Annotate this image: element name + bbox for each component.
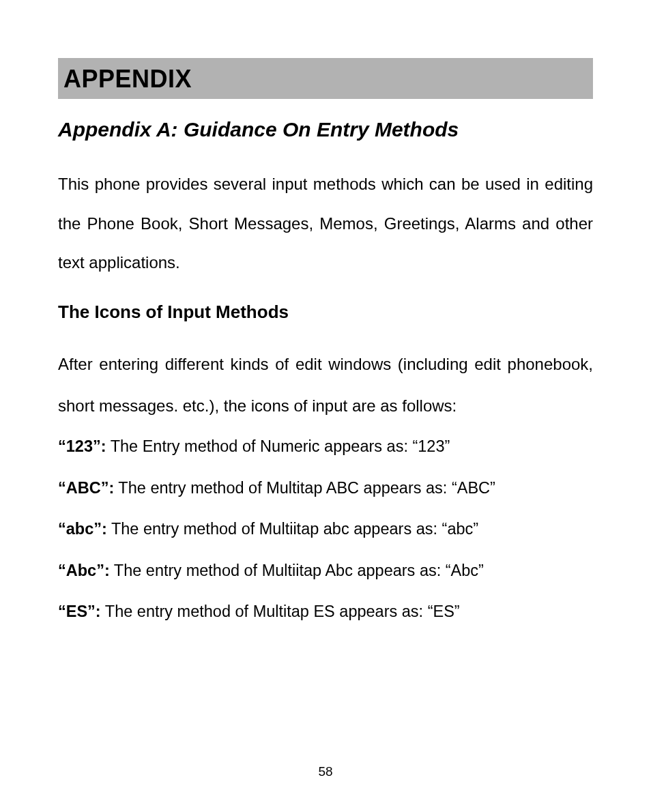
list-item: “ES”: The entry method of Multitap ES ap… xyxy=(58,601,593,622)
list-item: “123”: The Entry method of Numeric appea… xyxy=(58,436,593,457)
section-intro-paragraph: After entering different kinds of edit w… xyxy=(58,343,593,426)
heading-title: APPENDIX xyxy=(63,65,588,93)
list-item-label: “123”: xyxy=(58,437,106,455)
list-item-label: “abc”: xyxy=(58,520,107,538)
appendix-subtitle: Appendix A: Guidance On Entry Methods xyxy=(58,118,593,141)
section-heading: The Icons of Input Methods xyxy=(58,302,593,323)
intro-paragraph: This phone provides several input method… xyxy=(58,164,593,282)
page-number: 58 xyxy=(0,764,651,779)
document-page: APPENDIX Appendix A: Guidance On Entry M… xyxy=(0,0,651,812)
list-item-label: “ABC”: xyxy=(58,479,114,497)
list-item: “ABC”: The entry method of Multitap ABC … xyxy=(58,478,593,499)
list-item-label: “ES”: xyxy=(58,603,101,620)
list-item-desc: The entry method of Multiitap Abc appear… xyxy=(110,562,484,579)
heading-banner: APPENDIX xyxy=(58,58,593,99)
list-item-desc: The entry method of Multiitap abc appear… xyxy=(107,520,478,538)
list-item: “abc”: The entry method of Multiitap abc… xyxy=(58,519,593,540)
list-item-desc: The Entry method of Numeric appears as: … xyxy=(106,437,450,455)
list-item-desc: The entry method of Multitap ES appears … xyxy=(101,603,460,620)
list-item: “Abc”: The entry method of Multiitap Abc… xyxy=(58,560,593,581)
list-item-desc: The entry method of Multitap ABC appears… xyxy=(114,479,495,497)
list-item-label: “Abc”: xyxy=(58,562,110,579)
